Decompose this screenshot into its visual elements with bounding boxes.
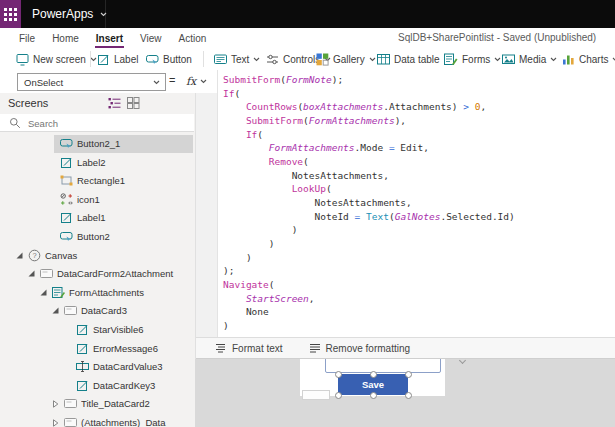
waffle-icon (4, 8, 17, 21)
tree-item-rectangle1[interactable]: Rectangle1 (0, 172, 195, 190)
ribbon-text[interactable]: Text (214, 48, 260, 70)
label-icon (97, 53, 110, 66)
button-icon (60, 230, 73, 243)
forms-icon (444, 53, 458, 66)
expand-arrow-icon[interactable] (52, 400, 59, 408)
tree-view-icon[interactable] (108, 97, 121, 109)
tree-item-label: Canvas (45, 250, 195, 261)
selection-handle[interactable] (335, 371, 342, 378)
text-input-icon (76, 360, 89, 373)
rectangle-icon (60, 174, 73, 187)
ribbon: New screenLabelButtonTextControlsGallery… (0, 48, 615, 71)
ribbon-divider (90, 51, 91, 67)
chevron-down-icon (369, 57, 376, 62)
canvas-area: Save (195, 359, 615, 427)
code-line: NoteId = Text(GalNotes.Selected.Id) (223, 210, 615, 224)
ribbon-gallery[interactable]: Gallery (316, 48, 376, 70)
tree-item-button2[interactable]: Button2 (0, 228, 195, 246)
tree-item-label: StarVisible6 (93, 324, 195, 335)
tree-item-canvas[interactable]: ?Canvas (0, 247, 195, 265)
hidden-control[interactable] (302, 390, 330, 400)
ribbon-data-table[interactable]: Data table (377, 48, 440, 70)
selection-handle[interactable] (370, 371, 377, 378)
text-input-control[interactable] (325, 359, 441, 373)
label-icon (76, 323, 89, 336)
selection-handle[interactable] (405, 392, 412, 399)
ribbon-button[interactable]: Button (146, 48, 192, 70)
tree-item-label: (Attachments)_Data (81, 417, 195, 427)
tree-item-label: Title_DataCard2 (81, 398, 195, 409)
ribbon-label: Label (114, 54, 138, 65)
powerapps-studio: PowerApps FileHomeInsertViewAction SqlDB… (0, 0, 615, 427)
collapse-arrow-icon[interactable] (40, 289, 47, 296)
ribbon-divider (203, 51, 204, 67)
code-line: If( (223, 128, 615, 142)
code-line: ) (223, 251, 615, 265)
save-status: SqlDB+SharePointlist - Saved (Unpublishe… (398, 28, 615, 48)
chevron-down-icon (253, 57, 260, 62)
tree-item-icon1[interactable]: icon1 (0, 191, 195, 209)
tree-item-datacardform2attachment[interactable]: DataCardForm2Attachment (0, 265, 195, 283)
property-dropdown[interactable]: OnSelect (17, 73, 166, 91)
datacard-icon (40, 267, 53, 280)
ribbon-charts[interactable]: Charts (562, 48, 615, 70)
charts-icon (562, 53, 575, 66)
tree-item-button2_1[interactable]: Button2_1 (0, 135, 195, 153)
selection-handle[interactable] (370, 392, 377, 399)
tree-item-label: Button2 (77, 231, 195, 242)
fx-button[interactable]: fx (186, 73, 207, 89)
ribbon-label[interactable]: Label (97, 48, 138, 70)
equals-sign: = (169, 74, 175, 86)
tree-item-formattachments[interactable]: FormAttachments (0, 284, 195, 302)
tree-item-datacardkey3[interactable]: DataCardKey3 (0, 377, 195, 395)
expand-arrow-icon[interactable] (52, 419, 59, 427)
tree-item-label2[interactable]: Label2 (0, 154, 195, 172)
search-input[interactable] (26, 115, 180, 131)
selection-handle[interactable] (405, 371, 412, 378)
formula-editor[interactable]: SubmitForm(FormNote);If( CountRows(boxAt… (217, 70, 615, 337)
tree-item-(attachments)_data[interactable]: (Attachments)_Data (0, 414, 195, 427)
code-line: StartScreen, (223, 292, 615, 306)
tree-item-title_datacard2[interactable]: Title_DataCard2 (0, 395, 195, 413)
tree-item-label: Button2_1 (77, 138, 195, 149)
tree-item-datacardvalue3[interactable]: DataCardValue3 (0, 358, 195, 376)
selection-handle[interactable] (335, 392, 342, 399)
tree-item-label1[interactable]: Label1 (0, 209, 195, 227)
collapse-arrow-icon[interactable] (52, 307, 59, 314)
menu-action[interactable]: Action (178, 31, 208, 46)
remove-formatting-button[interactable]: Remove formatting (309, 342, 410, 354)
collapse-arrow-icon[interactable] (16, 252, 23, 259)
ribbon-media[interactable]: Media (502, 48, 557, 70)
menu-insert[interactable]: Insert (95, 31, 124, 46)
ribbon-label: New screen (33, 54, 86, 65)
tree-item-errormessage6[interactable]: ErrorMessage6 (0, 340, 195, 358)
tree-item-starvisible6[interactable]: StarVisible6 (0, 321, 195, 339)
menu-file[interactable]: File (18, 31, 36, 46)
remove-formatting-icon (309, 342, 321, 354)
label-icon (76, 342, 89, 355)
collapse-arrow-icon[interactable] (28, 270, 35, 277)
tree-item-datacard3[interactable]: DataCard3 (0, 302, 195, 320)
input-cursor-mark (459, 359, 466, 364)
ribbon-label: Charts (579, 54, 608, 65)
code-line: Navigate( (223, 278, 615, 292)
menu-view[interactable]: View (139, 31, 163, 46)
ribbon-new-screen[interactable]: New screen (16, 48, 97, 70)
data-table-icon (377, 53, 390, 66)
ribbon-forms[interactable]: Forms (444, 48, 501, 70)
menu-home[interactable]: Home (51, 31, 80, 46)
app-switcher[interactable]: PowerApps (32, 0, 107, 28)
code-line: None (223, 305, 615, 319)
chevron-down-icon (100, 12, 107, 17)
app-launcher-button[interactable] (0, 0, 21, 28)
code-line: SubmitForm(FormNote); (223, 73, 615, 87)
text-icon (214, 53, 227, 66)
tree-item-label: ErrorMessage6 (93, 343, 195, 354)
datacard-icon (64, 304, 77, 317)
format-text-button[interactable]: Format text (215, 342, 283, 354)
code-line: ) (223, 237, 615, 251)
code-line: CountRows(boxAttachments.Attachments) > … (223, 100, 615, 114)
datacard-icon (64, 416, 77, 427)
grid-view-icon[interactable] (127, 97, 140, 109)
property-value: OnSelect (24, 77, 63, 88)
